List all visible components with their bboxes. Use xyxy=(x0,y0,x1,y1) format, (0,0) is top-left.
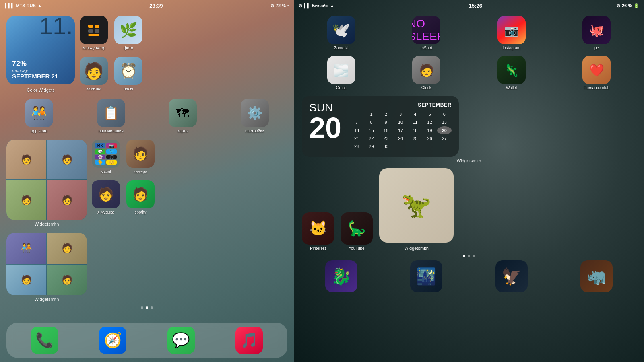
widgetsmith-mid-label: Widgetsmith xyxy=(35,222,59,226)
camera-app[interactable]: 🧑 камера xyxy=(126,140,155,174)
clock-app[interactable]: ⏰ часы xyxy=(114,57,142,91)
widgetsmith-large-photo[interactable]: 🧑‍🤝‍🧑 🧑 🧑 🧑 xyxy=(6,233,87,295)
icon-row-yamusic-spotify: 🧑 я.музыка 🧑 spotify xyxy=(92,180,155,214)
wallet-app[interactable]: 🦎 Wallet xyxy=(497,56,526,90)
wifi-icon: ▲ xyxy=(37,3,42,8)
monster-icon[interactable]: 🦏 xyxy=(580,260,613,292)
svg-rect-4 xyxy=(88,34,99,36)
svg-rect-1 xyxy=(95,25,99,28)
right-clock-icon[interactable]: 🧑 xyxy=(412,56,440,84)
color-widget-container[interactable]: 11. 72% monday SEPTEMBER 21 Color Widget… xyxy=(6,16,75,93)
settings-icon[interactable]: ⚙️ xyxy=(241,99,269,127)
app-store-icon[interactable]: 🧑‍🤝‍🧑 xyxy=(25,99,53,127)
right-battery-icon: ⊙ xyxy=(617,3,620,8)
night-icon[interactable]: 🌃 xyxy=(410,260,442,292)
inshot-app[interactable]: NO SLEEP InShot xyxy=(412,16,440,50)
color-widget-label: Color Widgets xyxy=(27,88,54,93)
left-row-3: 🧑 🧑 🧑 🧑 Widgetsmith ВК 📷 💬 xyxy=(6,140,287,226)
right-signal-icon: ⊙ xyxy=(299,3,302,8)
widgetsmith-bottom[interactable]: 🧑‍🤝‍🧑 🧑 🧑 🧑 Widgetsmith xyxy=(6,233,87,302)
dock-phone[interactable]: 📞 xyxy=(31,327,58,354)
widgetsmith-dino-container[interactable]: 🦖 Widgetsmith xyxy=(379,168,454,251)
right-dot-1[interactable] xyxy=(463,255,465,257)
right-battery-bar: 🔋 xyxy=(634,3,639,8)
dragon-icon[interactable]: 🐉 xyxy=(325,260,357,292)
ya-music-icon[interactable]: 🧑 xyxy=(92,180,120,208)
svg-rect-0 xyxy=(88,25,93,28)
maps-icon[interactable]: 🗺 xyxy=(169,99,197,127)
right-carrier: Билайн xyxy=(312,3,328,8)
app-store-app[interactable]: 🧑‍🤝‍🧑 app store xyxy=(25,99,53,133)
maps-app[interactable]: 🗺 карты xyxy=(169,99,197,133)
reminders-app[interactable]: 📋 напоминания xyxy=(97,99,125,133)
widgetsmith-top[interactable]: 🧑 🧑 🧑 🧑 Widgetsmith xyxy=(6,140,87,226)
color-widget-date: SEPTEMBER 21 xyxy=(12,73,58,80)
icon-row-calc-photo: калькулятор 🌿 фото xyxy=(80,16,142,50)
icon-row-folder-camera: ВК 📷 💬 🐦 👻 🎵 🐤 😊 social xyxy=(92,140,155,174)
dot-2[interactable] xyxy=(146,306,148,309)
bird-icon[interactable]: 🦅 xyxy=(495,260,528,292)
youtube-app[interactable]: 🦕 YouTube xyxy=(341,212,373,251)
dot-3[interactable] xyxy=(151,306,153,309)
romance-icon[interactable]: ❤️ xyxy=(582,56,611,84)
notes-icon[interactable]: 🧑 xyxy=(80,57,108,85)
color-widget[interactable]: 11. 72% monday SEPTEMBER 21 xyxy=(6,16,75,84)
social-folder-icon[interactable]: ВК 📷 💬 🐦 👻 🎵 🐤 😊 xyxy=(92,140,120,168)
pc-app[interactable]: 🐙 pc xyxy=(582,16,611,50)
wallet-label: Wallet xyxy=(506,86,517,90)
zametki-app[interactable]: 🕊️ Zametki xyxy=(327,16,355,50)
right-small-icons: ВК 📷 💬 🐦 👻 🎵 🐤 😊 social xyxy=(92,140,155,214)
collage-bl-4: 🧑 xyxy=(47,265,87,296)
right-clock-app[interactable]: 🧑 Clock xyxy=(412,56,440,90)
calendar-widget[interactable]: SUN 20 SEPTEMBER 1 2 3 xyxy=(302,96,459,157)
left-phone-screen: ▌▌▌ MTS RUS ▲ 23:39 ⊙ 72 % ▪ 11. 72% mon… xyxy=(0,0,294,362)
pc-icon[interactable]: 🐙 xyxy=(582,16,611,44)
right-battery-pct: 26 % xyxy=(622,3,632,8)
pinterest-app[interactable]: 🐱 Pinterest xyxy=(302,212,334,251)
clock-icon[interactable]: ⏰ xyxy=(114,57,142,85)
calendar-section: SUN 20 SEPTEMBER 1 2 3 xyxy=(302,96,636,163)
collage-bl-3: 🧑 xyxy=(6,265,46,296)
calculator-app[interactable]: калькулятор xyxy=(80,16,108,50)
youtube-icon[interactable]: 🦕 xyxy=(341,212,373,245)
right-row-4: 🐉 🌃 🦅 🦏 xyxy=(302,260,636,292)
left-row-4: 🧑‍🤝‍🧑 🧑 🧑 🧑 Widgetsmith xyxy=(6,233,287,302)
pinterest-label: Pinterest xyxy=(310,246,326,251)
camera-icon[interactable]: 🧑 xyxy=(126,140,155,168)
settings-app[interactable]: ⚙️ настройки xyxy=(241,99,269,133)
notes-app[interactable]: 🧑 заметки xyxy=(80,57,108,91)
camera-label: камера xyxy=(134,169,147,174)
widgetsmith-dino[interactable]: 🦖 xyxy=(379,168,454,243)
inshot-icon[interactable]: NO SLEEP xyxy=(412,16,440,44)
right-dot-3[interactable] xyxy=(473,255,475,257)
left-time: 23:39 xyxy=(149,3,163,9)
instagram-icon[interactable]: 📷 xyxy=(497,16,526,44)
dot-1[interactable] xyxy=(141,306,143,309)
social-folder-app[interactable]: ВК 📷 💬 🐦 👻 🎵 🐤 😊 social xyxy=(92,140,120,174)
instagram-app[interactable]: 📷 Instagram xyxy=(497,16,526,50)
calculator-icon[interactable] xyxy=(80,16,108,44)
right-dot-2[interactable] xyxy=(468,255,470,257)
zametki-icon[interactable]: 🕊️ xyxy=(327,16,355,44)
dock-safari[interactable]: 🧭 xyxy=(99,327,126,354)
ya-music-app[interactable]: 🧑 я.музыка xyxy=(92,180,120,214)
gmail-icon[interactable]: 🌫️ xyxy=(327,56,355,84)
pinterest-icon[interactable]: 🐱 xyxy=(302,212,334,245)
wallet-icon[interactable]: 🦎 xyxy=(497,56,526,84)
spotify-label: spotify xyxy=(135,210,147,214)
ya-music-label: я.музыка xyxy=(97,210,114,214)
clock-label: часы xyxy=(124,86,133,91)
widgetsmith-collage[interactable]: 🧑 🧑 🧑 🧑 xyxy=(6,140,87,220)
spotify-icon[interactable]: 🧑 xyxy=(126,180,155,208)
romance-app[interactable]: ❤️ Romance club xyxy=(582,56,611,90)
photo-icon[interactable]: 🌿 xyxy=(114,16,142,44)
gmail-app[interactable]: 🌫️ Gmail xyxy=(327,56,355,90)
dock-messages[interactable]: 💬 xyxy=(167,327,195,354)
photo-app[interactable]: 🌿 фото xyxy=(114,16,142,50)
right-signal-bars: ▌▌ xyxy=(304,3,310,8)
spotify-app[interactable]: 🧑 spotify xyxy=(126,180,155,214)
reminders-icon[interactable]: 📋 xyxy=(97,99,125,127)
dock-music[interactable]: 🎵 xyxy=(235,327,263,354)
calendar-widget-label: Widgetsmith xyxy=(302,158,636,163)
right-home-screen: 🕊️ Zametki NO SLEEP InShot 📷 Instagram 🐙 xyxy=(294,13,644,362)
